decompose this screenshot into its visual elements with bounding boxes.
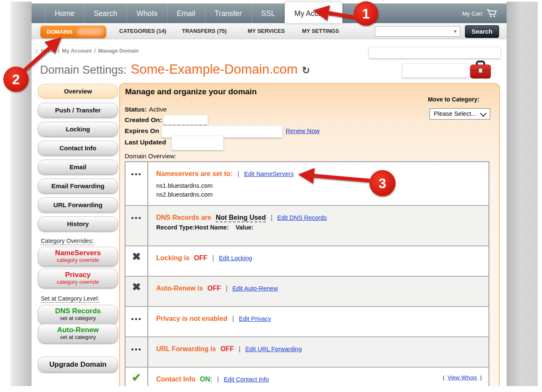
- category-title: Auto-Renew: [38, 326, 117, 334]
- row-status-off: OFF: [194, 254, 208, 261]
- row-title: Contact Info: [156, 376, 195, 383]
- move-to-category-select[interactable]: Please Select...: [430, 108, 490, 120]
- row-title: DNS Records are: [156, 214, 211, 221]
- override-title: Privacy: [38, 271, 117, 279]
- sidebar-item-contact-info[interactable]: Contact Info: [38, 141, 118, 155]
- edit-url-forwarding-link[interactable]: Edit URL Forwarding: [245, 346, 302, 352]
- set-at-category-label: Set at Category Level:: [41, 295, 99, 302]
- category-subtitle: set at category: [38, 334, 117, 340]
- sidebar-item-dns-records-category[interactable]: DNS Records set at category: [38, 305, 118, 324]
- move-to-category-label: Move to Category:: [428, 96, 479, 103]
- edit-locking-link[interactable]: Edit Locking: [219, 255, 252, 261]
- table-row-privacy: ●●● Privacy is not enabled | Edit Privac…: [125, 306, 489, 336]
- row-status-text: Not Being Used: [216, 214, 266, 222]
- redaction-blur: [77, 28, 104, 35]
- row-status-off: OFF: [208, 285, 221, 292]
- redaction-box: [402, 63, 470, 78]
- tab-home[interactable]: Home: [45, 4, 84, 23]
- subnav-domains-button[interactable]: DOMAINS: [40, 26, 106, 38]
- view-whois-wrapper: ( View Whois ): [443, 374, 482, 381]
- value-header: Value:: [235, 224, 254, 231]
- edit-contact-info-link[interactable]: Edit Contact Info: [224, 376, 269, 383]
- sidebar-item-history[interactable]: History: [38, 216, 118, 231]
- row-title: Nameservers are set to:: [156, 170, 232, 177]
- domain-search-combobox[interactable]: [375, 26, 460, 37]
- renew-now-link[interactable]: Renew Now: [286, 127, 320, 134]
- tab-ssl[interactable]: SSL: [251, 4, 285, 23]
- row-status-on: ON:: [200, 376, 212, 383]
- sidebar-item-nameservers-override[interactable]: NameServers category override: [38, 247, 118, 266]
- created-line: Created On:: [125, 116, 164, 124]
- tab-transfer[interactable]: Transfer: [205, 4, 252, 23]
- domain-overview-label: Domain Overview:: [125, 152, 176, 160]
- edit-auto-renew-link[interactable]: Edit Auto-Renew: [232, 285, 278, 292]
- breadcrumb-home[interactable]: Home: [41, 48, 56, 54]
- account-sub-navigation: DOMAINS CATEGORIES (14) TRANSFERS (75) M…: [32, 23, 507, 39]
- expires-line: Expires On: [125, 127, 161, 135]
- top-navigation: Home Search WhoIs Email Transfer SSL My …: [32, 3, 507, 23]
- subnav-categories[interactable]: CATEGORIES (14): [119, 23, 166, 39]
- page-background-bottom: [0, 386, 542, 392]
- table-row-locking: ✖ Locking is OFF | Edit Locking: [125, 245, 489, 276]
- dots-icon: ●●●: [131, 171, 142, 205]
- row-title: Auto-Renew is: [156, 285, 203, 292]
- breadcrumb-separator: /: [58, 48, 59, 54]
- redaction-box: [368, 47, 501, 59]
- category-subtitle: set at category: [38, 315, 117, 321]
- edit-nameservers-link[interactable]: Edit NameServers: [244, 171, 294, 177]
- cart-icon: [486, 9, 497, 19]
- dots-icon: ●●●: [131, 215, 142, 245]
- home-icon: ⌂: [35, 47, 38, 54]
- sidebar-item-locking[interactable]: Locking: [38, 122, 118, 136]
- table-row-url-forwarding: ●●● URL Forwarding is OFF | Edit URL For…: [125, 336, 489, 367]
- panel-heading: Manage and organize your domain: [125, 87, 257, 96]
- row-title: Locking is: [156, 254, 190, 261]
- sidebar-item-url-forwarding[interactable]: URL Forwarding: [38, 197, 118, 212]
- my-cart-button[interactable]: My Cart: [462, 4, 497, 24]
- category-title: DNS Records: [38, 307, 117, 315]
- tab-email[interactable]: Email: [167, 4, 205, 23]
- tab-search[interactable]: Search: [84, 4, 127, 23]
- refresh-icon[interactable]: ↻: [302, 65, 310, 76]
- table-row-nameservers: ●●● Nameservers are set to: | Edit NameS…: [125, 162, 489, 205]
- dots-icon: ●●●: [131, 316, 142, 336]
- sidebar-item-upgrade-domain[interactable]: Upgrade Domain: [38, 357, 118, 372]
- page: Home Search WhoIs Email Transfer SSL My …: [0, 0, 542, 392]
- toolbox-icon[interactable]: [470, 60, 491, 81]
- chevron-down-icon: [480, 110, 487, 117]
- category-overrides-label: Category Overrides:: [41, 237, 93, 244]
- subnav-my-settings[interactable]: MY SETTINGS: [302, 23, 339, 39]
- subnav-my-services[interactable]: MY SERVICES: [248, 23, 285, 39]
- status-line: Status:Active: [125, 106, 167, 113]
- row-title: URL Forwarding is: [156, 345, 216, 352]
- my-cart-label: My Cart: [462, 11, 482, 17]
- nameserver-2: ns2.bluestardns.com: [156, 190, 294, 199]
- breadcrumb-current-page: Manage Domain: [98, 48, 139, 54]
- subnav-transfers[interactable]: TRANSFERS (75): [182, 23, 227, 39]
- nameserver-1: ns1.bluestardns.com: [156, 181, 294, 190]
- select-value: Please Select...: [434, 110, 476, 117]
- override-subtitle: category override: [38, 257, 117, 263]
- search-button[interactable]: Search: [465, 25, 499, 38]
- override-title: NameServers: [38, 249, 117, 257]
- row-status-off: OFF: [220, 345, 234, 352]
- host-name-header: Host Name:: [195, 224, 229, 231]
- tab-whois[interactable]: WhoIs: [127, 4, 167, 23]
- sidebar-item-email-forwarding[interactable]: Email Forwarding: [38, 179, 118, 193]
- edit-privacy-link[interactable]: Edit Privacy: [239, 315, 271, 322]
- sidebar-item-privacy-override[interactable]: Privacy category override: [38, 269, 118, 288]
- page-title: Domain Settings: Some-Example-Domain.com…: [40, 62, 310, 77]
- domain-name: Some-Example-Domain.com: [131, 62, 298, 77]
- page-background-left: [11, 2, 32, 386]
- breadcrumb-separator: /: [94, 48, 96, 54]
- breadcrumb-my-account[interactable]: My Account: [62, 48, 91, 54]
- tab-my-account[interactable]: My Account: [285, 2, 342, 23]
- sidebar-item-auto-renew-category[interactable]: Auto-Renew set at category: [38, 324, 118, 343]
- domain-overview-table: ●●● Nameservers are set to: | Edit NameS…: [125, 161, 489, 392]
- x-icon: ✖: [132, 251, 141, 276]
- view-whois-link[interactable]: View Whois: [447, 374, 477, 381]
- sidebar-item-push-transfer[interactable]: Push / Transfer: [38, 103, 118, 117]
- edit-dns-records-link[interactable]: Edit DNS Records: [277, 214, 327, 221]
- sidebar-item-overview[interactable]: Overview: [38, 84, 118, 99]
- sidebar-item-email[interactable]: Email: [38, 160, 118, 174]
